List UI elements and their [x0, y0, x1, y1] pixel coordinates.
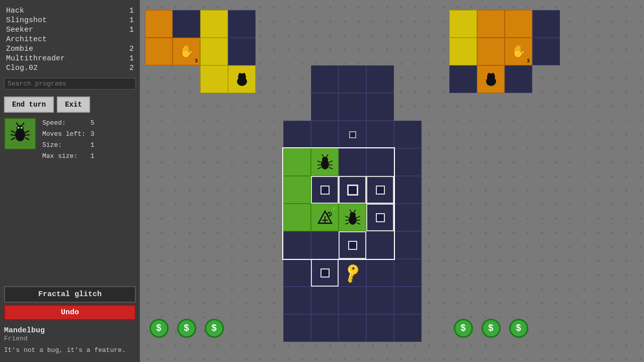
program-seeker[interactable]: Seeker 1 [4, 25, 136, 35]
grid-cell-6-9[interactable] [394, 176, 422, 204]
unit-tag: Friend [4, 335, 136, 342]
fractal-glitch-button[interactable]: Fractal glitch [4, 286, 136, 303]
grid-cell-0-12[interactable] [477, 10, 505, 38]
grid-cell-11-1[interactable]: $ [173, 314, 200, 342]
grid-cell-11-12[interactable]: $ [477, 314, 505, 342]
grid-cell-10-5[interactable] [283, 287, 311, 314]
grid-cell-4-5[interactable] [283, 121, 311, 148]
unit-description: It's not a bug, it's a feature. [4, 345, 136, 355]
end-turn-button[interactable]: End turn [4, 97, 54, 113]
grid-cell-3-7[interactable] [339, 93, 366, 121]
grid-cell-5-6[interactable] [311, 148, 339, 176]
grid-cell-10-9[interactable] [394, 287, 422, 314]
program-clog02[interactable]: Clog.02 2 [4, 63, 136, 73]
grid-cell-11-13[interactable]: $ [505, 314, 532, 342]
grid-cell-5-9[interactable] [394, 148, 422, 176]
grid-cell-10-6[interactable] [311, 287, 339, 314]
grid-cell-6-7[interactable] [339, 176, 366, 204]
grid-cell-1-0[interactable] [145, 38, 173, 65]
grid-cell-6-8[interactable] [366, 176, 394, 204]
grid-cell-7-7[interactable] [339, 204, 366, 231]
grid-cell-10-7[interactable] [339, 287, 366, 314]
moves-value: 3 [87, 129, 96, 140]
grid-cell-7-5[interactable] [283, 204, 311, 231]
grid-cell-0-2[interactable] [200, 10, 228, 38]
grid-cell-11-11[interactable]: $ [449, 314, 477, 342]
grid-cell-8-8[interactable] [366, 231, 394, 259]
grid-cell-0-0[interactable] [145, 10, 173, 38]
grid-cell-4-9[interactable] [394, 121, 422, 148]
grid-cell-9-6[interactable] [311, 259, 339, 287]
grid-cell-5-8[interactable] [366, 148, 394, 176]
unit-stats: Speed: 5 Moves left: 3 Size: 1 Max size:… [41, 118, 96, 162]
game-grid[interactable]: ✋3✋3✓🔑$$$$$$ [140, 0, 644, 362]
grid-cell-3-8[interactable] [366, 93, 394, 121]
grid-cell-2-8[interactable] [366, 65, 394, 93]
grid-cell-7-6[interactable]: ✓ [311, 204, 339, 231]
action-buttons: End turn Exit [4, 97, 136, 113]
svg-point-15 [243, 73, 246, 78]
grid-cell-9-5[interactable] [283, 259, 311, 287]
grid-cell-6-6[interactable] [311, 176, 339, 204]
grid-cell-11-7[interactable] [339, 314, 366, 342]
svg-point-18 [488, 73, 491, 78]
grid-cell-8-5[interactable] [283, 231, 311, 259]
grid-cell-11-9[interactable] [394, 314, 422, 342]
program-zombie[interactable]: Zombie 2 [4, 44, 136, 54]
grid-cell-11-2[interactable]: $ [200, 314, 228, 342]
grid-cell-0-14[interactable] [532, 10, 560, 38]
exit-button[interactable]: Exit [57, 97, 90, 113]
undo-button[interactable]: Undo [4, 305, 136, 320]
grid-cell-8-7[interactable] [339, 231, 366, 259]
grid-cell-5-5[interactable] [283, 148, 311, 176]
grid-cell-2-7[interactable] [339, 65, 366, 93]
program-hack[interactable]: Hack 1 [4, 6, 136, 16]
grid-cell-11-5[interactable] [283, 314, 311, 342]
grid-cell-2-11[interactable] [449, 65, 477, 93]
grid-cell-9-9[interactable] [394, 259, 422, 287]
grid-cell-4-7[interactable] [339, 121, 366, 148]
program-architect[interactable]: Architect [4, 35, 136, 44]
grid-cell-11-0[interactable]: $ [145, 314, 173, 342]
grid-cell-4-8[interactable] [366, 121, 394, 148]
grid-cell-2-6[interactable] [311, 65, 339, 93]
grid-cell-6-5[interactable] [283, 176, 311, 204]
grid-cell-11-8[interactable] [366, 314, 394, 342]
grid-cell-2-2[interactable] [200, 65, 228, 93]
grid-cell-8-6[interactable] [311, 231, 339, 259]
program-multithreader[interactable]: Multithreader 1 [4, 54, 136, 63]
grid-cell-1-13[interactable]: ✋3 [505, 38, 532, 65]
grid-cell-1-3[interactable] [228, 38, 256, 65]
grid-cell-7-9[interactable] [394, 204, 422, 231]
grid-cell-2-3[interactable] [228, 65, 256, 93]
grid-cell-0-3[interactable] [228, 10, 256, 38]
svg-line-5 [22, 123, 24, 126]
grid-cell-4-6[interactable] [311, 121, 339, 148]
grid-cell-2-12[interactable] [477, 65, 505, 93]
grid-cell-10-8[interactable] [366, 287, 394, 314]
grid-cell-2-13[interactable] [505, 65, 532, 93]
svg-line-26 [317, 167, 321, 169]
grid-cell-1-11[interactable] [449, 38, 477, 65]
grid-cell-1-12[interactable] [477, 38, 505, 65]
program-slingshot[interactable]: Slingshot 1 [4, 16, 136, 25]
search-input[interactable] [4, 78, 136, 89]
speed-label: Speed: [41, 118, 87, 129]
svg-line-22 [322, 154, 324, 157]
grid-cell-0-11[interactable] [449, 10, 477, 38]
grid-cell-0-13[interactable] [505, 10, 532, 38]
grid-cell-9-8[interactable] [366, 259, 394, 287]
grid-cell-1-2[interactable] [200, 38, 228, 65]
grid-cell-1-1[interactable]: ✋3 [173, 38, 200, 65]
grid-cell-0-1[interactable] [173, 10, 200, 38]
svg-line-42 [357, 216, 360, 218]
grid-cell-1-14[interactable] [532, 38, 560, 65]
grid-cell-11-6[interactable] [311, 314, 339, 342]
grid-cell-9-7[interactable]: 🔑 [339, 259, 366, 287]
grid-cell-5-7[interactable] [339, 148, 366, 176]
svg-line-41 [345, 223, 349, 224]
grid-cell-3-6[interactable] [311, 93, 339, 121]
size-value: 1 [87, 140, 96, 151]
grid-cell-8-9[interactable] [394, 231, 422, 259]
grid-cell-7-8[interactable] [366, 204, 394, 231]
